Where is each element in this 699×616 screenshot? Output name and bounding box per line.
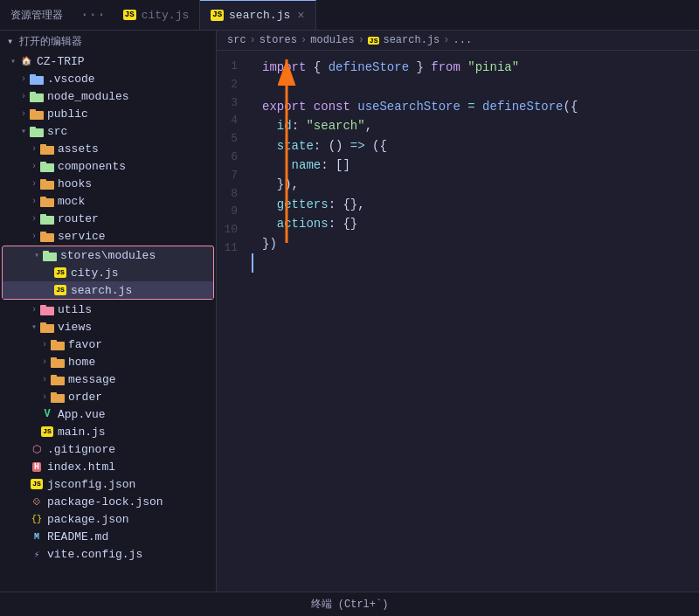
assets-label: assets (58, 142, 216, 156)
sidebar-item-index-html[interactable]: H index.html (0, 458, 216, 475)
breadcrumb-text: src (227, 34, 246, 46)
sidebar-item-service[interactable]: service (0, 227, 216, 245)
editor-area: src › stores › modules › JS search.js › … (217, 31, 699, 592)
service-folder-icon (40, 229, 54, 243)
editor-content[interactable]: 1 2 3 4 5 6 7 8 9 10 11 import { defineS… (217, 51, 699, 592)
tab-search-label: search.js (229, 9, 290, 22)
svg-rect-1 (33, 76, 44, 85)
vscode-folder-icon (30, 72, 44, 86)
router-label: router (58, 212, 216, 225)
root-icon: 🏠 (19, 54, 33, 68)
code-line-1: import { defineStore } from "pinia" (252, 58, 699, 77)
code-line-6: name: [] (252, 156, 699, 175)
svg-rect-3 (33, 93, 44, 102)
top-bar: 资源管理器 ··· JS city.js JS search.js × (0, 0, 699, 31)
sidebar-item-stores-modules[interactable]: stores\modules (3, 246, 213, 264)
tab-city-label: city.js (142, 9, 190, 22)
sidebar-item-public[interactable]: public (0, 105, 216, 122)
more-options-button[interactable]: ··· (73, 7, 113, 23)
public-folder-icon (30, 107, 44, 121)
hooks-chevron (28, 177, 40, 190)
sidebar-item-views[interactable]: views (0, 318, 216, 336)
sidebar-item-node-modules[interactable]: node_modules (0, 87, 216, 105)
home-chevron (38, 356, 51, 368)
main-area: ▾ 打开的编辑器 🏠 CZ-TRIP .vscode (0, 31, 699, 592)
order-folder-icon (51, 390, 65, 404)
breadcrumb-stores: stores (260, 34, 297, 46)
utils-label: utils (58, 303, 216, 316)
sidebar-item-favor[interactable]: favor (0, 336, 216, 353)
search-js-label: search.js (71, 284, 213, 297)
readme-icon: M (30, 529, 44, 543)
router-chevron (28, 212, 40, 225)
sidebar-item-utils[interactable]: utils (0, 301, 216, 318)
svg-rect-21 (46, 253, 57, 261)
sidebar-item-vscode[interactable]: .vscode (0, 70, 216, 87)
line-numbers: 1 2 3 4 5 6 7 8 9 10 11 (217, 51, 252, 592)
vscode-label: .vscode (47, 73, 216, 86)
svg-rect-9 (44, 146, 54, 155)
code-line-4: id: "search", (252, 116, 699, 135)
sidebar-item-message[interactable]: message (0, 370, 216, 388)
jsconfig-icon: JS (30, 477, 44, 491)
search-js-icon: JS (53, 283, 67, 297)
pkg-lock-label: package-lock.json (47, 495, 216, 509)
breadcrumb-filename: search.js (383, 34, 439, 46)
tab-search[interactable]: JS search.js × (200, 0, 315, 30)
svg-rect-15 (44, 198, 54, 207)
sidebar-item-search-js[interactable]: JS search.js (3, 281, 213, 299)
mock-chevron (28, 195, 40, 207)
main-js-label: main.js (58, 426, 216, 439)
sidebar-item-mock[interactable]: mock (0, 192, 216, 210)
hooks-folder-icon (40, 176, 54, 190)
favor-folder-icon (51, 337, 65, 351)
service-label: service (58, 230, 216, 243)
src-chevron (17, 125, 30, 137)
views-folder-icon (40, 320, 54, 334)
views-chevron (28, 321, 40, 333)
sidebar-item-main-js[interactable]: JS main.js (0, 423, 216, 440)
sidebar-item-router[interactable]: router (0, 210, 216, 227)
sidebar-item-vite-config[interactable]: ⚡ vite.config.js (0, 545, 216, 563)
terminal-button[interactable]: 终端 (Ctrl+`) (301, 597, 399, 612)
selected-folder-block: stores\modules JS city.js JS search.js (2, 246, 214, 300)
svg-rect-19 (44, 233, 54, 242)
sidebar-item-jsconfig[interactable]: JS jsconfig.json (0, 475, 216, 493)
sidebar-item-assets[interactable]: assets (0, 140, 216, 157)
svg-rect-17 (44, 216, 54, 225)
code-content[interactable]: import { defineStore } from "pinia" expo… (252, 51, 699, 592)
sidebar-item-app-vue[interactable]: V App.vue (0, 405, 216, 423)
code-line-11 (252, 253, 699, 273)
src-folder-icon (30, 124, 44, 138)
breadcrumb-modules: modules (310, 34, 354, 46)
sidebar-item-pkg-lock[interactable]: ⛒ package-lock.json (0, 493, 216, 510)
sidebar-item-components[interactable]: components (0, 157, 216, 175)
favor-label: favor (68, 338, 216, 351)
sidebar-item-home[interactable]: home (0, 353, 216, 370)
sidebar-item-order[interactable]: order (0, 388, 216, 405)
sidebar-item-pkg-json[interactable]: {} package.json (0, 510, 216, 528)
vscode-chevron (17, 73, 30, 85)
sidebar-item-gitignore[interactable]: ⬡ .gitignore (0, 440, 216, 458)
code-line-3: export const useSearchStore = defineStor… (252, 97, 699, 116)
sidebar-item-hooks[interactable]: hooks (0, 175, 216, 192)
assets-chevron (28, 142, 40, 155)
root-folder[interactable]: 🏠 CZ-TRIP (0, 52, 216, 70)
tab-city[interactable]: JS city.js (113, 0, 200, 30)
assets-folder-icon (40, 142, 54, 156)
message-label: message (68, 373, 216, 386)
tab-close-button[interactable]: × (297, 9, 304, 23)
sidebar-item-src[interactable]: src (0, 122, 216, 140)
js-icon: JS (123, 10, 136, 21)
public-label: public (47, 107, 216, 121)
sidebar-item-readme[interactable]: M README.md (0, 528, 216, 545)
code-line-5: state: () => ({ (252, 136, 699, 156)
status-bar: 终端 (Ctrl+`) (0, 592, 699, 616)
svg-rect-29 (54, 359, 65, 368)
code-line-8: getters: {}, (252, 195, 699, 214)
open-editors-title[interactable]: ▾ 打开的编辑器 (0, 31, 216, 52)
sidebar-item-city-js[interactable]: JS city.js (3, 264, 213, 281)
svg-rect-11 (44, 163, 54, 172)
gitignore-icon: ⬡ (30, 442, 44, 456)
home-label: home (68, 356, 216, 369)
